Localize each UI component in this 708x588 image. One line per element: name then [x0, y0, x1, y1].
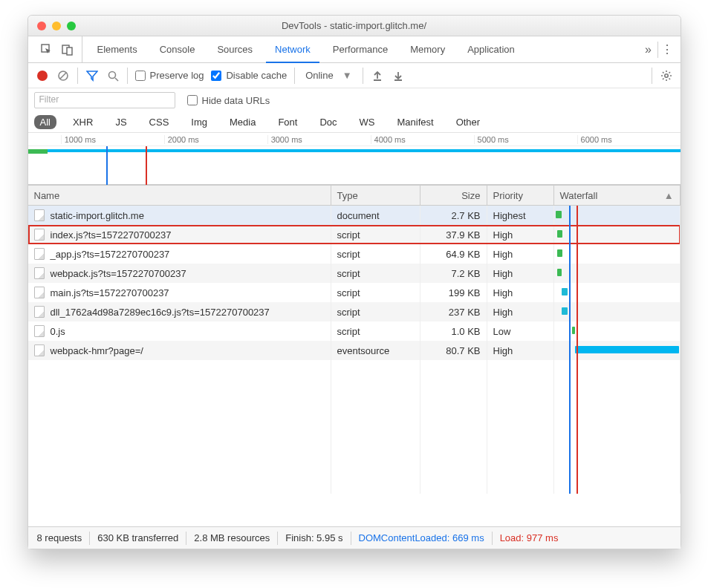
download-har-icon[interactable]	[392, 69, 405, 82]
cell-priority: High	[487, 264, 554, 283]
minimize-window-button[interactable]	[52, 22, 61, 30]
cell-size: 80.7 KB	[420, 341, 487, 360]
tab-application[interactable]: Application	[458, 36, 524, 62]
cell-type: script	[331, 244, 420, 264]
timeline-tick: 4000 ms	[371, 135, 474, 144]
cell-size: 7.2 KB	[420, 264, 487, 283]
inspect-icon[interactable]	[40, 43, 53, 56]
kebab-menu-icon[interactable]: ⋮	[658, 42, 676, 56]
cell-waterfall	[554, 264, 681, 283]
request-row[interactable]: index.js?ts=1572270700237script37.9 KBHi…	[28, 225, 681, 244]
cell-type: script	[331, 283, 420, 302]
network-toolbar: Preserve log Disable cache Online ▼	[28, 63, 681, 88]
cell-priority: High	[487, 244, 554, 264]
tab-performance[interactable]: Performance	[324, 36, 397, 62]
tab-console[interactable]: Console	[151, 36, 204, 62]
type-js[interactable]: JS	[109, 115, 132, 129]
col-waterfall[interactable]: Waterfall ▲	[554, 186, 681, 205]
request-row[interactable]: webpack-hmr?page=/eventsource80.7 KBHigh	[28, 341, 681, 360]
type-img[interactable]: Img	[185, 115, 213, 129]
cell-size: 237 KB	[420, 302, 487, 321]
type-font[interactable]: Font	[272, 115, 303, 129]
tab-elements[interactable]: Elements	[88, 36, 146, 62]
file-icon	[34, 287, 45, 298]
clear-icon[interactable]	[56, 69, 70, 82]
type-css[interactable]: CSS	[143, 115, 175, 129]
request-row[interactable]: webpack.js?ts=1572270700237script7.2 KBH…	[28, 264, 681, 283]
type-all[interactable]: All	[34, 115, 56, 129]
file-icon	[34, 267, 45, 279]
sort-asc-icon: ▲	[664, 190, 674, 201]
tab-sources[interactable]: Sources	[208, 36, 262, 62]
type-xhr[interactable]: XHR	[67, 115, 99, 129]
col-name[interactable]: Name	[28, 186, 331, 205]
disable-cache-checkbox[interactable]: Disable cache	[211, 70, 287, 81]
maximize-window-button[interactable]	[67, 22, 76, 30]
cell-type: eventsource	[331, 341, 420, 360]
search-icon[interactable]	[106, 69, 120, 82]
cell-name: dll_1762a4d98a7289ec16c9.js?ts=157227070…	[28, 302, 331, 321]
record-button[interactable]	[36, 69, 49, 82]
svg-line-6	[115, 78, 118, 81]
timeline-overview[interactable]: 1000 ms2000 ms3000 ms4000 ms5000 ms6000 …	[28, 133, 681, 185]
cell-waterfall	[554, 341, 681, 360]
filter-row: Filter Hide data URLs	[28, 88, 681, 112]
settings-icon[interactable]	[660, 69, 673, 82]
cell-waterfall	[554, 225, 681, 244]
col-size[interactable]: Size	[420, 186, 487, 205]
timeline-tick: 5000 ms	[474, 135, 577, 144]
more-tabs-icon[interactable]: »	[640, 43, 657, 56]
cell-size: 199 KB	[420, 283, 487, 302]
window-title: DevTools - static-import.glitch.me/	[28, 20, 681, 31]
type-media[interactable]: Media	[224, 115, 262, 129]
file-icon	[34, 209, 45, 221]
timeline-tick: 2000 ms	[164, 135, 267, 144]
cell-size: 1.0 KB	[420, 321, 487, 341]
grid-header: Name Type Size Priority Waterfall ▲	[28, 185, 681, 206]
cell-waterfall	[554, 321, 681, 341]
request-row[interactable]: _app.js?ts=1572270700237script64.9 KBHig…	[28, 244, 681, 264]
grid-body: static-import.glitch.medocument2.7 KBHig…	[28, 206, 681, 526]
cell-priority: High	[487, 225, 554, 244]
type-doc[interactable]: Doc	[314, 115, 342, 129]
type-ws[interactable]: WS	[354, 115, 381, 129]
cell-name: static-import.glitch.me	[28, 206, 331, 225]
preserve-log-checkbox[interactable]: Preserve log	[135, 70, 204, 81]
upload-har-icon[interactable]	[371, 69, 384, 82]
request-row[interactable]: main.js?ts=1572270700237script199 KBHigh	[28, 283, 681, 302]
col-priority[interactable]: Priority	[487, 186, 554, 205]
device-toggle-icon[interactable]	[61, 43, 74, 56]
file-icon	[34, 248, 45, 260]
type-filter-row: AllXHRJSCSSImgMediaFontDocWSManifestOthe…	[28, 112, 681, 133]
request-row[interactable]: dll_1762a4d98a7289ec16c9.js?ts=157227070…	[28, 302, 681, 321]
filter-input[interactable]: Filter	[34, 92, 175, 108]
cell-priority: Low	[487, 321, 554, 341]
status-footer: 8 requests 630 KB transferred 2.8 MB res…	[28, 526, 681, 549]
request-row[interactable]: 0.jsscript1.0 KBLow	[28, 321, 681, 341]
request-grid: Name Type Size Priority Waterfall ▲ stat…	[28, 185, 681, 526]
tabs-row: ElementsConsoleSourcesNetworkPerformance…	[28, 36, 681, 63]
tab-network[interactable]: Network	[266, 37, 319, 63]
type-other[interactable]: Other	[450, 115, 487, 129]
footer-load: Load: 977 ms	[500, 532, 559, 543]
preserve-log-label: Preserve log	[150, 70, 204, 81]
col-type[interactable]: Type	[331, 186, 420, 205]
close-window-button[interactable]	[37, 22, 46, 30]
cell-name: main.js?ts=1572270700237	[28, 283, 331, 302]
hide-data-urls-checkbox[interactable]: Hide data URLs	[187, 95, 270, 106]
disable-cache-label: Disable cache	[226, 70, 287, 81]
dcl-line	[106, 146, 108, 185]
footer-finish: Finish: 5.95 s	[285, 532, 342, 543]
cell-name: 0.js	[28, 321, 331, 341]
filter-icon[interactable]	[85, 69, 99, 82]
cell-name: webpack.js?ts=1572270700237	[28, 264, 331, 283]
svg-rect-2	[67, 48, 72, 55]
request-row[interactable]: static-import.glitch.medocument2.7 KBHig…	[28, 206, 681, 225]
tab-memory[interactable]: Memory	[401, 36, 454, 62]
cell-size: 37.9 KB	[420, 225, 487, 244]
device-icons	[33, 36, 82, 62]
timeline-tick: 1000 ms	[61, 135, 164, 144]
chevron-down-icon: ▼	[342, 70, 352, 81]
throttle-select[interactable]: Online ▼	[302, 70, 354, 81]
type-manifest[interactable]: Manifest	[392, 115, 440, 129]
